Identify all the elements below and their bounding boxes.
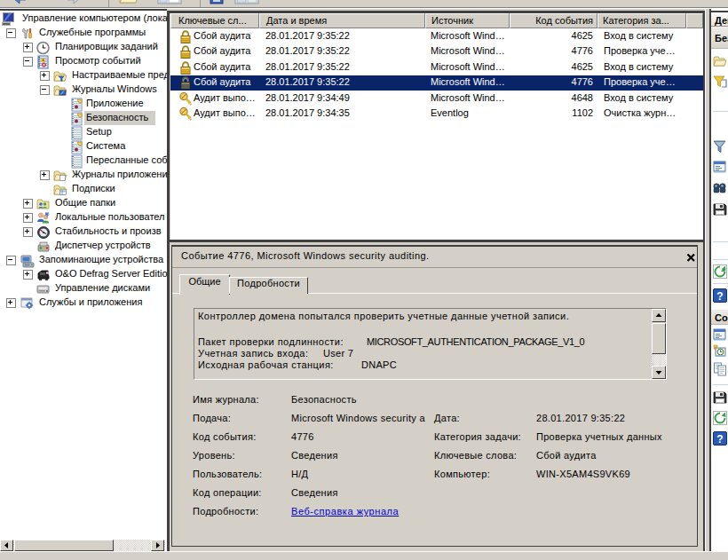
svg-text:?: ? [716, 290, 723, 303]
svg-text:?: ? [716, 433, 723, 446]
